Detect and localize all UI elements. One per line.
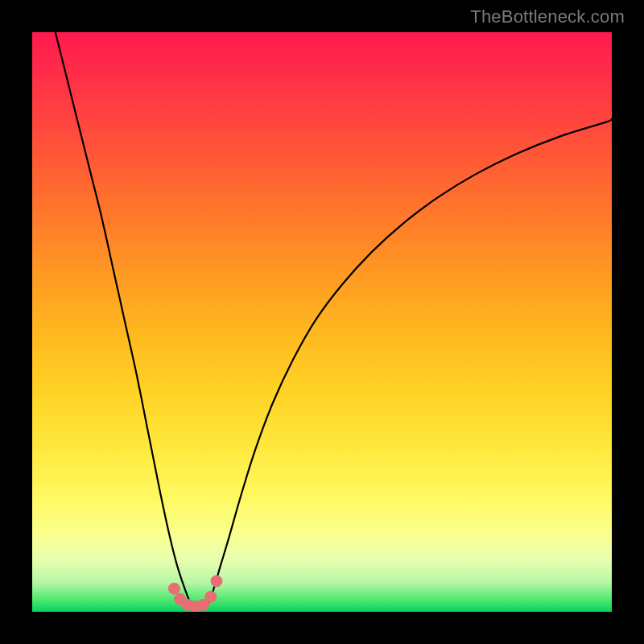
valley-dot (205, 591, 217, 602)
valley-dot (168, 583, 180, 594)
watermark-text: TheBottleneck.com (470, 6, 625, 27)
chart-frame: TheBottleneck.com (0, 0, 644, 644)
valley-dot (211, 576, 222, 587)
right-branch-curve (206, 119, 612, 606)
curve-layer (32, 32, 612, 612)
valley-dots (168, 576, 222, 612)
left-branch-curve (56, 32, 192, 606)
